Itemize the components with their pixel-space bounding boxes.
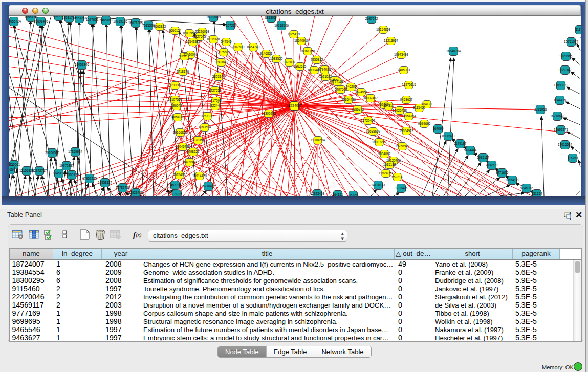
svg-text:1527602: 1527602 [86, 18, 99, 21]
svg-text:7357217: 7357217 [224, 24, 237, 27]
svg-text:19654923: 19654923 [399, 129, 414, 133]
svg-text:9329965: 9329965 [560, 54, 573, 58]
svg-text:10688609: 10688609 [366, 129, 381, 133]
svg-text:9463627: 9463627 [400, 98, 413, 101]
svg-text:1353594: 1353594 [199, 125, 211, 129]
svg-text:20206556: 20206556 [45, 151, 60, 155]
svg-text:15692971: 15692971 [554, 128, 569, 132]
svg-text:10543382: 10543382 [186, 40, 201, 43]
svg-text:8938923: 8938923 [442, 134, 455, 138]
svg-text:10958117: 10958117 [98, 181, 112, 184]
svg-text:9227342: 9227342 [559, 68, 572, 72]
svg-text:10973493: 10973493 [394, 53, 409, 56]
svg-text:154311: 154311 [383, 104, 394, 107]
svg-text:15046788: 15046788 [176, 145, 190, 148]
svg-text:16033809: 16033809 [206, 16, 221, 19]
svg-text:17359924: 17359924 [68, 150, 83, 154]
svg-text:14136141: 14136141 [371, 183, 386, 187]
svg-text:8471676: 8471676 [496, 171, 509, 174]
svg-text:9660124: 9660124 [169, 29, 182, 32]
svg-text:6466160: 6466160 [100, 18, 113, 22]
svg-text:1125419: 1125419 [288, 32, 300, 36]
svg-text:29053346: 29053346 [75, 63, 90, 67]
svg-text:1733426: 1733426 [395, 186, 408, 190]
svg-text:1955174: 1955174 [25, 16, 37, 19]
svg-text:12213967: 12213967 [384, 39, 399, 42]
svg-text:164095: 164095 [432, 127, 444, 130]
svg-text:9699695: 9699695 [418, 122, 431, 125]
svg-text:964121: 964121 [421, 102, 432, 106]
svg-text:9245052: 9245052 [520, 186, 533, 190]
svg-text:12505135: 12505135 [64, 173, 79, 177]
svg-text:10107553: 10107553 [168, 98, 183, 101]
svg-text:2367608: 2367608 [232, 45, 245, 49]
svg-text:16961758: 16961758 [300, 49, 315, 53]
svg-text:12975115: 12975115 [402, 83, 416, 86]
svg-text:7485003: 7485003 [398, 68, 410, 72]
svg-text:(x): (x) [136, 233, 142, 238]
svg-text:32244: 32244 [210, 104, 220, 107]
svg-text:16120746: 16120746 [386, 159, 401, 162]
svg-text:19166852: 19166852 [173, 130, 188, 134]
svg-text:16648784: 16648784 [446, 49, 461, 53]
svg-text:989012: 989012 [179, 54, 190, 58]
svg-text:3215958: 3215958 [534, 107, 547, 111]
svg-text:95121: 95121 [349, 193, 358, 196]
svg-text:1145114: 1145114 [53, 171, 65, 175]
svg-text:10154808: 10154808 [376, 28, 391, 31]
svg-text:1498222: 1498222 [187, 150, 200, 154]
svg-text:1435061: 1435061 [9, 163, 20, 166]
svg-text:14055724: 14055724 [9, 19, 21, 23]
svg-text:7986372: 7986372 [352, 107, 364, 111]
svg-text:18640910: 18640910 [294, 39, 309, 42]
svg-text:1362615: 1362615 [294, 64, 307, 68]
svg-text:10807487: 10807487 [363, 96, 378, 100]
svg-text:2687042: 2687042 [365, 17, 378, 20]
svg-text:12213383: 12213383 [168, 83, 183, 87]
svg-text:19654985: 19654985 [170, 115, 185, 119]
svg-text:9146821: 9146821 [260, 52, 273, 55]
svg-text:15716485: 15716485 [201, 184, 216, 188]
svg-text:3624554: 3624554 [355, 90, 368, 94]
svg-text:1588520: 1588520 [270, 57, 283, 60]
svg-text:15751074: 15751074 [564, 40, 579, 43]
svg-text:8878354: 8878354 [192, 138, 205, 142]
svg-text:18300293: 18300293 [262, 112, 276, 115]
svg-text:19524851: 19524851 [379, 171, 394, 175]
svg-text:2718176: 2718176 [177, 70, 189, 73]
svg-text:16671385: 16671385 [128, 21, 143, 25]
svg-text:2935114: 2935114 [477, 156, 490, 159]
svg-text:10025438: 10025438 [393, 108, 407, 112]
svg-text:9794028: 9794028 [318, 68, 331, 71]
svg-text:9457791: 9457791 [169, 183, 182, 187]
svg-text:19756928: 19756928 [395, 144, 410, 148]
svg-text:12342757: 12342757 [32, 169, 47, 172]
svg-text:9242848: 9242848 [215, 60, 228, 64]
svg-text:19218506: 19218506 [274, 24, 289, 27]
svg-text:9474444: 9474444 [464, 148, 477, 152]
svg-text:6497508: 6497508 [335, 87, 347, 91]
svg-text:547546: 547546 [221, 40, 232, 43]
svg-text:8813054: 8813054 [265, 16, 278, 19]
svg-text:6179197: 6179197 [454, 142, 467, 145]
svg-text:10719185: 10719185 [113, 19, 128, 23]
svg-text:12923468: 12923468 [310, 192, 325, 195]
svg-text:1615132: 1615132 [383, 163, 396, 166]
svg-text:417006: 417006 [210, 99, 222, 102]
svg-text:7955812: 7955812 [311, 58, 323, 61]
svg-text:8454749: 8454749 [247, 45, 260, 49]
svg-text:116753: 116753 [568, 156, 578, 160]
svg-text:3267130: 3267130 [201, 114, 214, 118]
svg-text:3875685: 3875685 [217, 50, 230, 54]
svg-text:17957225: 17957225 [82, 177, 97, 180]
svg-text:8912954: 8912954 [183, 31, 196, 35]
svg-text:18807249: 18807249 [372, 140, 387, 144]
svg-text:7663822: 7663822 [154, 25, 166, 28]
svg-text:196542: 196542 [171, 104, 182, 107]
svg-text:20364436: 20364436 [341, 98, 356, 101]
svg-text:1322037: 1322037 [283, 60, 296, 64]
svg-text:7625402: 7625402 [173, 173, 186, 177]
svg-text:16782759: 16782759 [116, 186, 130, 189]
svg-text:16210643: 16210643 [550, 114, 565, 118]
svg-text:10653267: 10653267 [72, 16, 87, 20]
